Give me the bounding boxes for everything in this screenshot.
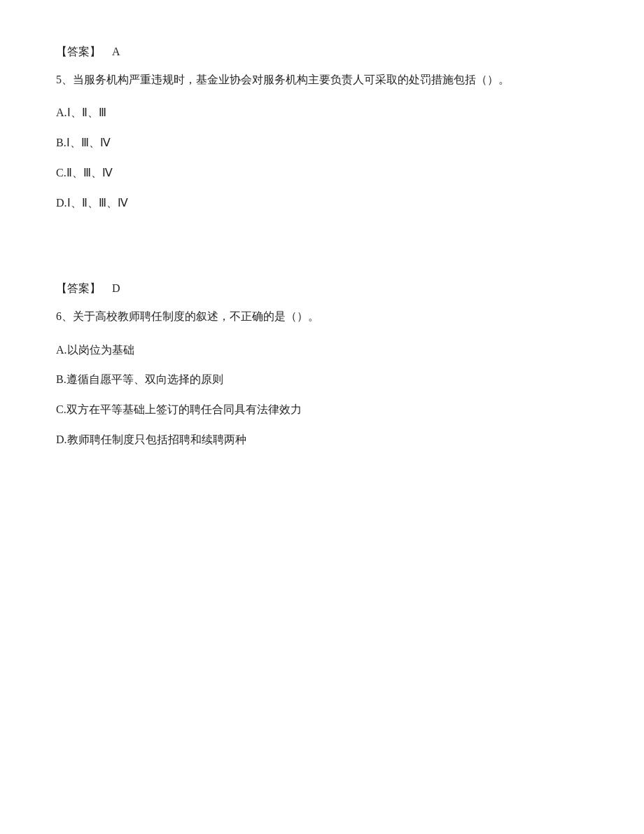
question-6-text: 、关于高校教师聘任制度的叙述，不正确的是（）。 bbox=[62, 310, 319, 322]
answer-block-2: 【答案】 D bbox=[56, 279, 588, 299]
option-6-C: C.双方在平等基础上签订的聘任合同具有法律效力 bbox=[56, 400, 588, 420]
option-6-A: A.以岗位为基础 bbox=[56, 340, 588, 361]
answer-block-1: 【答案】 A bbox=[56, 42, 588, 62]
question-5-text: 、当服务机构严重违规时，基金业协会对服务机构主要负责人可采取的处罚措施包括（）。 bbox=[62, 74, 510, 85]
question-6: 6、关于高校教师聘任制度的叙述，不正确的是（）。 bbox=[56, 306, 588, 327]
question-6-number: 6 bbox=[56, 310, 62, 322]
spacer-1 bbox=[56, 223, 588, 279]
option-5-A: A.Ⅰ、Ⅱ、Ⅲ bbox=[56, 103, 588, 123]
answer-spacer-1 bbox=[104, 46, 109, 57]
answer-value-2: D bbox=[112, 282, 120, 294]
question-5: 5、当服务机构严重违规时，基金业协会对服务机构主要负责人可采取的处罚措施包括（）… bbox=[56, 69, 588, 90]
answer-prefix-1: 【答案】 bbox=[56, 46, 101, 57]
answer-value-1: A bbox=[112, 46, 120, 57]
option-5-B: B.Ⅰ、Ⅲ、Ⅳ bbox=[56, 133, 588, 153]
answer-prefix-2: 【答案】 bbox=[56, 282, 101, 294]
option-5-D: D.Ⅰ、Ⅱ、Ⅲ、Ⅳ bbox=[56, 193, 588, 214]
question-5-number: 5 bbox=[56, 74, 62, 85]
page-container: 【答案】 A 5、当服务机构严重违规时，基金业协会对服务机构主要负责人可采取的处… bbox=[0, 0, 644, 834]
option-5-C: C.Ⅱ、Ⅲ、Ⅳ bbox=[56, 163, 588, 183]
option-6-B: B.遵循自愿平等、双向选择的原则 bbox=[56, 370, 588, 390]
option-6-D: D.教师聘任制度只包括招聘和续聘两种 bbox=[56, 430, 588, 450]
answer-spacer-2 bbox=[104, 282, 109, 294]
